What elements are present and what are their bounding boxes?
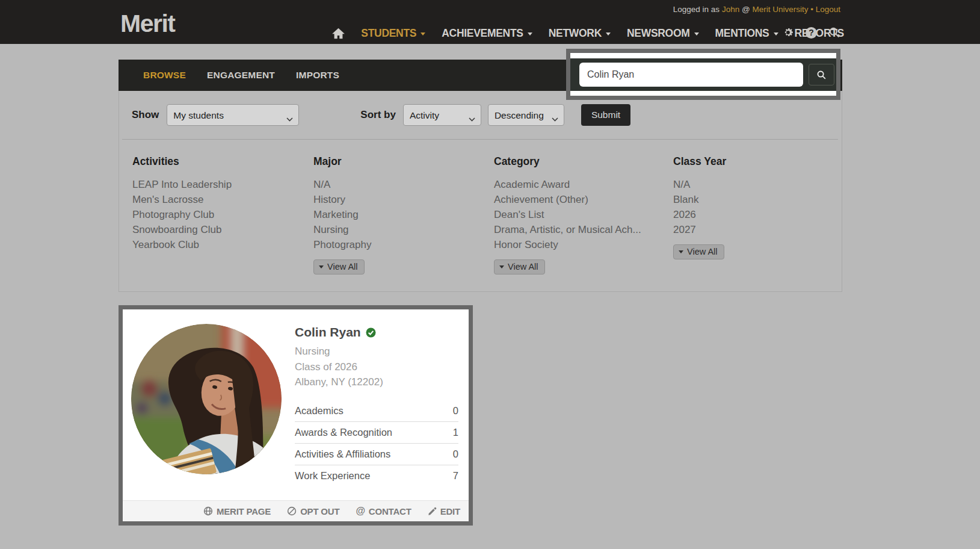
nav-item-students[interactable]: STUDENTS	[361, 27, 425, 40]
facet-columns: Activities LEAP Into LeadershipMen's Lac…	[132, 155, 842, 274]
logged-in-user-link[interactable]: John	[722, 5, 739, 14]
card-footer: MERIT PAGE OPT OUT @ CONTACT EDIT	[123, 500, 469, 521]
facet-link[interactable]: Blank	[673, 192, 699, 207]
main-nav: STUDENTS ACHIEVEMENTS NETWORK NEWSROOM M…	[332, 23, 844, 43]
help-icon[interactable]: ?	[806, 27, 817, 39]
stat-row: Work Experience 7	[295, 465, 458, 486]
facet-title: Category	[494, 155, 673, 168]
facet-link[interactable]: 2026	[673, 207, 696, 222]
tab-imports[interactable]: IMPORTS	[296, 70, 339, 81]
nav-label: STUDENTS	[361, 27, 416, 40]
facet-link[interactable]: LEAP Into Leadership	[132, 177, 232, 192]
globe-icon	[203, 506, 213, 516]
nav-item-home[interactable]	[332, 28, 345, 39]
verified-icon	[366, 327, 376, 338]
view-all-button[interactable]: View All	[673, 244, 724, 259]
view-all-button[interactable]: View All	[494, 259, 545, 274]
order-select[interactable]: Descending	[488, 105, 564, 125]
caret-down-icon	[679, 250, 683, 253]
show-select[interactable]: My students	[167, 105, 298, 125]
action-merit-page[interactable]: MERIT PAGE	[203, 506, 271, 516]
facet-link[interactable]: Dean's List	[494, 207, 544, 222]
chevron-down-icon	[421, 33, 425, 36]
facet-column: Class Year N/ABlank20262027 View All	[673, 155, 842, 274]
facet-link[interactable]: Men's Lacrosse	[132, 192, 204, 207]
search-icon	[816, 70, 827, 80]
facet-column: Major N/AHistoryMarketingNursingPhotogra…	[313, 155, 494, 274]
facet-link[interactable]: Marketing	[313, 207, 359, 222]
chevron-down-icon	[606, 33, 611, 36]
sort-select[interactable]: Activity	[404, 105, 481, 125]
view-all-button[interactable]: View All	[313, 259, 365, 274]
facet-link[interactable]: 2027	[673, 222, 696, 237]
filter-row: Show My students Sort by Activity Descen…	[132, 104, 842, 126]
tab-browse[interactable]: BROWSE	[143, 70, 186, 81]
facet-column: Category Academic AwardAchievement (Othe…	[494, 155, 673, 274]
submit-button[interactable]: Submit	[581, 104, 630, 126]
facet-items: LEAP Into LeadershipMen's LacrossePhotog…	[132, 177, 313, 252]
browse-panel: Show My students Sort by Activity Descen…	[119, 91, 842, 292]
tab-engagement[interactable]: ENGAGEMENT	[207, 70, 275, 81]
action-opt-out[interactable]: OPT OUT	[287, 506, 339, 516]
search-icon[interactable]	[828, 26, 840, 39]
stat-value: 0	[453, 448, 458, 460]
action-contact[interactable]: @ CONTACT	[356, 506, 411, 516]
stat-label: Activities & Affiliations	[295, 448, 390, 460]
student-info: Colin Ryan Nursing Class of 2026 Albany,…	[295, 325, 458, 486]
student-photo[interactable]	[131, 324, 282, 474]
home-icon	[332, 28, 345, 39]
nav-item-newsroom[interactable]: NEWSROOM	[627, 27, 699, 40]
sort-select-wrap: Activity	[403, 104, 481, 126]
nav-label: NETWORK	[549, 27, 602, 40]
merit-logo[interactable]: Merit	[120, 10, 174, 38]
action-label: EDIT	[440, 506, 460, 516]
student-location: Albany, NY (12202)	[295, 374, 458, 390]
pencil-icon	[428, 507, 437, 516]
facet-link[interactable]: Snowboarding Club	[132, 222, 221, 237]
student-search-input[interactable]	[579, 63, 803, 87]
facet-link[interactable]: History	[313, 192, 345, 207]
student-class-year: Class of 2026	[295, 359, 458, 375]
at-icon: @	[356, 506, 365, 516]
facet-link[interactable]: Nursing	[313, 222, 349, 237]
facet-link[interactable]: Drama, Artistic, or Musical Ach...	[494, 222, 641, 237]
chevron-down-icon	[528, 33, 532, 36]
student-search-bar	[570, 58, 836, 91]
chevron-down-icon	[694, 33, 699, 36]
facet-title: Activities	[132, 155, 313, 168]
facet-link[interactable]: N/A	[673, 177, 690, 192]
facet-link[interactable]: Yearbook Club	[132, 237, 199, 252]
facet-title: Class Year	[673, 155, 842, 168]
caret-down-icon	[319, 265, 324, 268]
facet-link[interactable]: Honor Society	[494, 237, 558, 252]
nav-item-network[interactable]: NETWORK	[549, 27, 611, 40]
logout-link[interactable]: Logout	[816, 5, 840, 14]
student-card: Colin Ryan Nursing Class of 2026 Albany,…	[119, 305, 473, 526]
logged-in-separator: •	[810, 5, 813, 14]
search-highlight-region	[566, 49, 840, 100]
stat-row: Activities & Affiliations 0	[295, 443, 458, 465]
logged-in-org-link[interactable]: Merit University	[752, 5, 808, 14]
gear-icon[interactable]	[782, 26, 794, 39]
student-stats: Academics 0 Awards & Recognition 1 Activ…	[295, 400, 458, 486]
action-label: MERIT PAGE	[217, 506, 271, 516]
logged-in-prefix: Logged in as	[673, 5, 720, 14]
search-submit-button[interactable]	[809, 64, 834, 85]
action-edit[interactable]: EDIT	[428, 506, 460, 516]
filter-divider	[122, 139, 838, 140]
facet-link[interactable]: Photography Club	[132, 207, 214, 222]
facet-link[interactable]: N/A	[313, 177, 330, 192]
chevron-down-icon	[774, 33, 778, 36]
facet-title: Major	[313, 155, 494, 168]
caret-down-icon	[499, 265, 504, 268]
show-select-wrap: My students	[167, 104, 299, 126]
facet-link[interactable]: Academic Award	[494, 177, 570, 192]
facet-link[interactable]: Achievement (Other)	[494, 192, 588, 207]
student-name[interactable]: Colin Ryan	[295, 325, 361, 340]
logged-in-status: Logged in as John @ Merit University • L…	[673, 5, 840, 14]
question-mark-glyph: ?	[806, 27, 817, 39]
nav-item-mentions[interactable]: MENTIONS	[715, 27, 778, 40]
facet-link[interactable]: Photography	[313, 237, 371, 252]
stat-value: 0	[453, 405, 458, 417]
nav-item-achievements[interactable]: ACHIEVEMENTS	[442, 27, 532, 40]
